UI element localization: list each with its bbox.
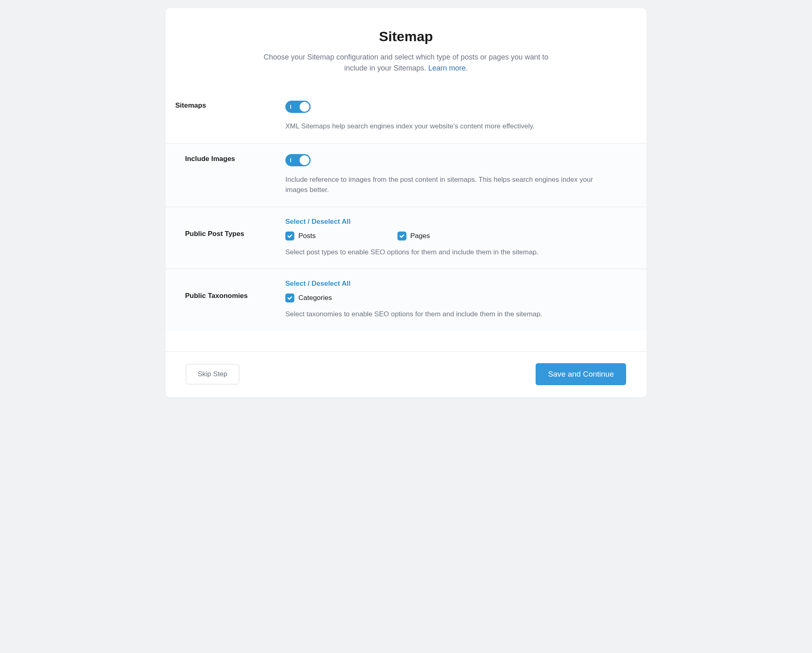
card-footer: Skip Step Save and Continue (165, 351, 647, 397)
toggle-sitemaps[interactable] (285, 101, 311, 113)
checkbox-posts[interactable] (285, 232, 294, 240)
section-include-images: Include Images Include reference to imag… (165, 143, 647, 207)
section-label-sitemaps: Sitemaps (175, 101, 285, 132)
learn-more-link[interactable]: Learn more (428, 64, 466, 72)
section-sitemaps: Sitemaps XML Sitemaps help search engine… (165, 90, 647, 143)
sitemap-card: Sitemap Choose your Sitemap configuratio… (165, 8, 647, 397)
select-all-taxonomies[interactable]: Select / Deselect All (285, 280, 351, 288)
checkbox-item-posts: Posts (285, 232, 316, 240)
description-sitemaps: XML Sitemaps help search engines index y… (285, 121, 603, 132)
check-icon (287, 233, 293, 239)
subtitle-text: Choose your Sitemap configuration and se… (264, 53, 548, 72)
page-title: Sitemap (190, 29, 622, 44)
check-icon (287, 295, 293, 301)
checkbox-item-categories: Categories (285, 293, 332, 302)
checkbox-label-categories: Categories (298, 294, 332, 302)
skip-step-button[interactable]: Skip Step (186, 364, 239, 384)
toggle-include-images[interactable] (285, 154, 311, 166)
subtitle-suffix: . (466, 64, 468, 72)
section-label-include-images: Include Images (175, 154, 285, 195)
card-header: Sitemap Choose your Sitemap configuratio… (165, 8, 647, 90)
section-post-types: Public Post Types Select / Deselect All … (165, 207, 647, 269)
select-all-post-types[interactable]: Select / Deselect All (285, 218, 351, 226)
section-label-post-types: Public Post Types (175, 218, 285, 258)
description-post-types: Select post types to enable SEO options … (285, 247, 603, 258)
description-taxonomies: Select taxonomies to enable SEO options … (285, 309, 603, 320)
section-label-taxonomies: Public Taxonomies (175, 280, 285, 320)
checkbox-label-pages: Pages (410, 232, 430, 240)
checkbox-item-pages: Pages (397, 232, 430, 240)
save-continue-button[interactable]: Save and Continue (536, 363, 626, 385)
checkbox-label-posts: Posts (298, 232, 316, 240)
page-subtitle: Choose your Sitemap configuration and se… (251, 52, 561, 74)
description-include-images: Include reference to images from the pos… (285, 174, 603, 195)
section-taxonomies: Public Taxonomies Select / Deselect All … (165, 269, 647, 331)
checkbox-categories[interactable] (285, 293, 294, 302)
check-icon (399, 233, 405, 239)
checkbox-pages[interactable] (397, 232, 406, 240)
